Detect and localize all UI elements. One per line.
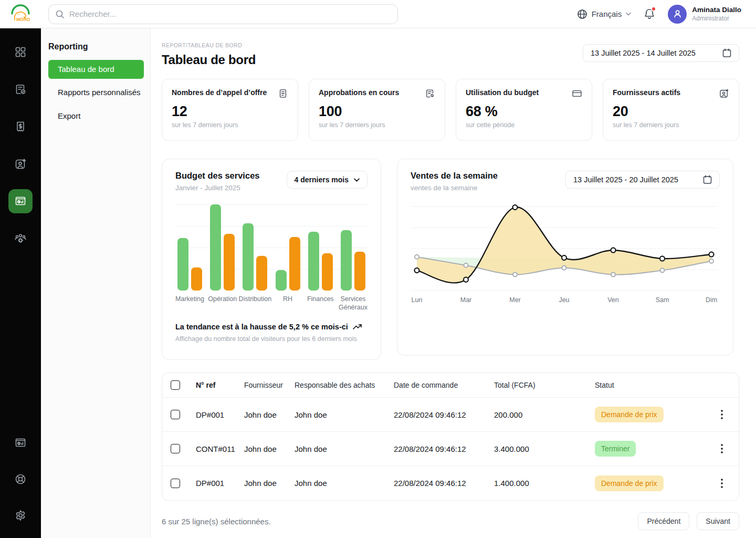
sales-line-chart: LunMarMerJeuVenSamDim: [411, 200, 720, 304]
stat-value: 20: [613, 104, 729, 120]
rail-receipt-dollar-icon[interactable]: [8, 115, 33, 139]
bar-group: [276, 204, 300, 291]
date-range-label: 13 Juillet 2025 - 14 Juillet 2025: [591, 49, 696, 57]
date-range-picker[interactable]: 13 Juillet 2025 - 14 Juillet 2025: [583, 44, 739, 62]
previous-page-button[interactable]: Précédent: [638, 512, 689, 530]
cell-ref: CONT#011: [196, 444, 244, 453]
select-all-checkbox[interactable]: [171, 380, 180, 390]
cell-total: 3.400.000: [494, 444, 595, 453]
bar-green: [210, 204, 221, 291]
sales-date-range-label: 13 Juillet 2025 - 20 Juillet 2025: [573, 175, 678, 184]
svg-text:Mer: Mer: [509, 296, 521, 304]
cell-fournisseur: John doe: [244, 479, 295, 488]
sales-card-title: Ventes de la semaine: [411, 171, 498, 181]
row-checkbox[interactable]: [171, 444, 180, 453]
credit-card-icon: [572, 88, 582, 99]
rail-gear-icon[interactable]: [8, 503, 33, 527]
rail-report-icon[interactable]: [8, 431, 33, 455]
stat-title: Nombres de d’appel d’offre: [172, 88, 267, 97]
rail-dashboard-icon[interactable]: [8, 40, 33, 64]
notification-dot: [651, 6, 656, 12]
sales-chart-card: Ventes de la semaine ventes de la semain…: [397, 159, 733, 356]
rail-help-icon[interactable]: [8, 467, 33, 491]
user-menu[interactable]: Aminata Diallo Administrator: [668, 5, 741, 24]
user-role: Administrator: [692, 15, 741, 22]
document-icon: [278, 88, 288, 99]
next-page-button[interactable]: Suivant: [697, 512, 739, 530]
calendar-icon: [703, 175, 712, 184]
months-filter-dropdown[interactable]: 4 derniers mois: [287, 171, 368, 189]
rail-document-check-icon[interactable]: [8, 77, 33, 101]
language-selector[interactable]: Français: [577, 9, 632, 19]
notifications-button[interactable]: [644, 8, 655, 20]
search-bar[interactable]: [48, 4, 398, 24]
sales-date-range-picker[interactable]: 13 Juillet 2025 - 20 Juillet 2025: [565, 171, 720, 189]
budget-bar-chart: [175, 204, 368, 291]
cell-fournisseur: John doe: [244, 410, 295, 419]
cell-date: 22/08/2024 09:46:12: [394, 410, 494, 419]
document-check-icon: [425, 88, 435, 99]
rail-report-icon[interactable]: [8, 189, 33, 213]
column-header: Total (FCFA): [494, 381, 595, 389]
stat-card: Fournisseurs actifs 20 sur les 7 dernier…: [603, 79, 739, 141]
row-checkbox[interactable]: [171, 479, 180, 488]
cell-responsable: John doe: [295, 410, 394, 419]
status-badge: Demande de prix: [595, 407, 664, 422]
bar-chart-label: RH: [283, 295, 292, 303]
cell-ref: DP#001: [196, 410, 244, 419]
chevron-down-icon: [354, 178, 360, 182]
user-plus-icon: [719, 88, 729, 99]
months-filter-label: 4 derniers mois: [295, 175, 349, 184]
stat-caption: sur cette période: [466, 121, 582, 129]
svg-text:Mar: Mar: [460, 296, 472, 304]
app-logo: MORO: [0, 2, 41, 26]
bar-group: [243, 204, 267, 291]
table-row: DP#001 John doe John doe 22/08/2024 09:4…: [162, 398, 739, 432]
bar-group: [177, 204, 202, 291]
cell-total: 200.000: [494, 410, 595, 419]
svg-text:Dim: Dim: [706, 296, 717, 304]
user-icon: [673, 9, 682, 19]
stat-caption: sur les 7 derniers jours: [319, 121, 435, 129]
stat-caption: sur les 7 derniers jours: [613, 121, 729, 129]
bar-chart-x-labels: MarketingOpérationDistributionRHFinances…: [175, 295, 368, 314]
sidebar-item-rapports-personnalis-s[interactable]: Rapports personnalisés: [48, 83, 144, 102]
bar-orange: [322, 253, 333, 291]
budget-chart-card: Budget des services Janvier - Juillet 20…: [162, 159, 381, 360]
status-badge: Demande de prix: [595, 475, 664, 491]
stat-title: Approbations en cours: [319, 88, 399, 97]
row-actions-button[interactable]: [705, 479, 739, 488]
svg-text:MORO: MORO: [16, 17, 30, 22]
search-input[interactable]: [69, 9, 391, 18]
stat-cards-row: Nombres de d’appel d’offre 12 sur les 7 …: [162, 79, 739, 141]
bar-green: [243, 223, 254, 291]
bar-green: [276, 270, 287, 291]
rail-team-gear-icon[interactable]: [8, 226, 33, 251]
cell-fournisseur: John doe: [244, 444, 295, 453]
page-title: Tableau de bord: [162, 53, 256, 67]
svg-text:Ven: Ven: [607, 296, 619, 304]
cell-date: 22/08/2024 09:46:12: [394, 444, 494, 453]
row-actions-button[interactable]: [705, 410, 739, 419]
orders-table: N° ref Fournisseur Responsable des achat…: [162, 373, 739, 501]
sidebar-item-export[interactable]: Export: [48, 107, 144, 126]
row-checkbox[interactable]: [171, 410, 180, 419]
stat-value: 68 %: [466, 104, 582, 120]
sidebar-item-tableau-de-bord[interactable]: Tableau de bord: [48, 60, 144, 79]
bar-chart-label: Distribution: [239, 295, 272, 303]
stat-value: 100: [319, 104, 435, 120]
trending-up-icon: [353, 324, 362, 330]
column-header: Fournisseur: [244, 381, 295, 389]
bar-group: [210, 204, 235, 291]
bar-orange: [289, 237, 300, 291]
status-badge: Terminer: [595, 441, 636, 457]
cell-date: 22/08/2024 09:46:12: [394, 479, 494, 488]
rail-user-sparkle-icon[interactable]: [8, 152, 33, 176]
table-header-row: N° ref Fournisseur Responsable des achat…: [162, 373, 739, 398]
bar-group: [308, 204, 333, 291]
bar-orange: [256, 256, 267, 291]
bar-chart-label: Marketing: [175, 295, 204, 303]
row-actions-button[interactable]: [705, 444, 739, 453]
sidebar-section-title: Reporting: [48, 42, 144, 51]
svg-text:Jeu: Jeu: [559, 296, 569, 304]
